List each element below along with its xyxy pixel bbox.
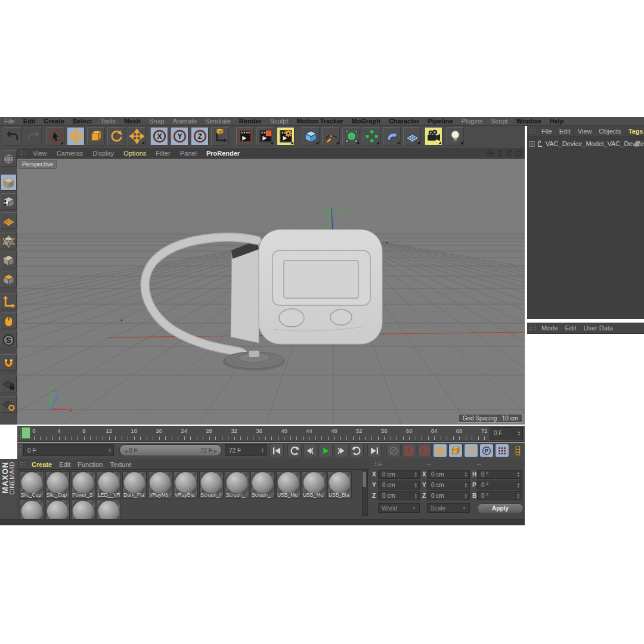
coordinate-space-dropdown[interactable]: World▼	[378, 503, 420, 513]
add-deformer-button[interactable]	[383, 127, 401, 145]
viewport-maximize-control[interactable]	[515, 149, 522, 157]
material-menu-edit[interactable]: Edit	[55, 461, 74, 468]
texture-tag-icon[interactable]	[633, 140, 642, 148]
stepper-icon[interactable]: ▲▼	[465, 472, 467, 477]
convert-globe-button[interactable]	[1, 150, 17, 167]
lock-workplane-button[interactable]	[1, 376, 17, 392]
stepper-icon[interactable]: ▲▼	[414, 472, 417, 477]
material-menu-texture[interactable]: Texture	[106, 461, 135, 468]
menu-simulate[interactable]: Simulate	[201, 117, 235, 125]
object-manager-menu-view[interactable]: View	[574, 128, 596, 135]
menu-edit[interactable]: Edit	[19, 117, 40, 125]
material-thumb-row2-3[interactable]	[97, 500, 121, 519]
attribute-manager-menu-mode[interactable]: Mode	[538, 324, 562, 332]
object-manager-menu-file[interactable]: File	[538, 128, 556, 135]
rotate-tool-button[interactable]	[107, 127, 125, 145]
stepper-icon[interactable]: ▲▼	[414, 482, 417, 488]
menu-file[interactable]: File	[0, 117, 19, 125]
menu-snap[interactable]: Snap	[145, 117, 169, 125]
prev-key-button[interactable]	[287, 444, 302, 457]
viewport-menu-view[interactable]: View	[28, 150, 52, 157]
object-name[interactable]: VAC_Device_Model_VAC_Device	[546, 140, 644, 147]
material-thumb-row1-4[interactable]: Dark_Pla	[122, 471, 147, 499]
menu-pipeline[interactable]: Pipeline	[423, 117, 457, 125]
panel-drag-handle-icon[interactable]	[530, 325, 536, 331]
material-thumb-row1-6[interactable]: VRayBle	[174, 471, 198, 499]
goto-start-button[interactable]	[270, 444, 284, 457]
add-primitive-cube-button[interactable]	[302, 127, 320, 145]
material-thumb-row1-11[interactable]: USB_Me	[302, 471, 326, 499]
panel-drag-handle-icon[interactable]	[18, 444, 21, 457]
current-frame-marker[interactable]	[21, 427, 30, 439]
viewport-pan-control[interactable]	[486, 149, 494, 157]
stepper-icon[interactable]: ▲▼	[517, 493, 520, 499]
stepper-icon[interactable]: ▲▼	[517, 482, 520, 488]
material-menu-function[interactable]: Function	[74, 461, 106, 468]
attribute-manager-menu-edit[interactable]: Edit	[562, 324, 580, 332]
snap-settings-button[interactable]: S	[1, 332, 17, 348]
menu-plugins[interactable]: Plugins	[457, 117, 487, 125]
next-frame-button[interactable]	[334, 444, 348, 457]
coord-field-0-x[interactable]: 0 cm▲▼	[378, 470, 420, 479]
model-mode-button[interactable]	[1, 174, 17, 191]
live-selection-button[interactable]	[47, 127, 64, 145]
z-axis-lock-button[interactable]: Z	[191, 127, 209, 145]
polygons-mode-button[interactable]	[1, 271, 17, 287]
stepper-icon[interactable]: ▲▼	[518, 431, 521, 436]
material-thumb-row1-0[interactable]: Slic_Cup	[20, 471, 44, 499]
key-parameter-button[interactable]: P	[479, 444, 494, 457]
material-thumb-row2-2[interactable]	[71, 500, 95, 519]
timeline-frame-field[interactable]: 0 F ▲▼	[490, 427, 523, 439]
menu-help[interactable]: Help	[546, 117, 568, 125]
viewport-menu-cameras[interactable]: Cameras	[52, 150, 88, 157]
goto-end-button[interactable]	[367, 444, 382, 457]
transform-mode-dropdown[interactable]: Scale▼	[427, 503, 470, 513]
add-light-button[interactable]	[446, 127, 464, 145]
apply-button[interactable]: Apply	[477, 503, 524, 514]
menu-select[interactable]: Select	[69, 117, 96, 125]
coord-field-1-z[interactable]: 0 cm▲▼	[427, 491, 470, 500]
add-spline-pen-button[interactable]	[322, 127, 340, 145]
stepper-icon[interactable]: ▲▼	[109, 448, 112, 453]
timeline-ruler[interactable]: 0 F ▲▼ 048121620242832364044485256606468…	[17, 426, 525, 442]
render-picture-viewer-button[interactable]	[256, 127, 274, 145]
render-settings-button[interactable]	[277, 127, 295, 145]
last-used-tool-button[interactable]	[128, 127, 145, 145]
scale-tool-button[interactable]	[87, 127, 105, 145]
material-scrollbar[interactable]	[362, 470, 368, 516]
material-thumb-row1-7[interactable]: Screen_I	[199, 471, 224, 499]
viewport-menu-prorender[interactable]: ProRender	[202, 150, 244, 157]
viewport-rotate-view-control[interactable]	[505, 149, 513, 157]
menu-motion-tracker[interactable]: Motion Tracker	[292, 117, 347, 125]
menu-script[interactable]: Script	[487, 117, 512, 125]
add-subdivision-surface-button[interactable]	[342, 127, 360, 145]
viewport-menu-filter[interactable]: Filter	[151, 150, 175, 157]
menu-character[interactable]: Character	[385, 117, 423, 125]
coord-field-1-x[interactable]: 0 cm▲▼	[427, 470, 470, 479]
key-rotation-button[interactable]	[464, 444, 478, 457]
stepper-icon[interactable]: ▲▼	[517, 472, 520, 477]
object-manager-menu-edit[interactable]: Edit	[556, 128, 574, 135]
coord-field-0-y[interactable]: 0 cm▲▼	[378, 481, 420, 490]
material-thumb-row1-2[interactable]: Power_S	[71, 471, 95, 499]
material-thumb-row1-10[interactable]: USB_Me	[276, 471, 301, 499]
coord-field-2-b[interactable]: 0 °▲▼	[477, 491, 522, 500]
viewport-menu-display[interactable]: Display	[88, 150, 119, 157]
preview-range-slider[interactable]: ◀ 0 F 72 F ▶	[119, 444, 222, 456]
coord-field-2-p[interactable]: 0 °▲▼	[477, 481, 522, 490]
autokey-off-button[interactable]	[386, 444, 401, 457]
menu-tools[interactable]: Tools	[96, 117, 120, 125]
texture-mode-button[interactable]	[1, 193, 17, 210]
panel-drag-handle-icon[interactable]	[530, 128, 536, 134]
play-button[interactable]	[318, 444, 333, 457]
menu-sculpt[interactable]: Sculpt	[266, 117, 293, 125]
viewport-camera-label[interactable]: Perspective	[18, 160, 57, 169]
key-position-button[interactable]	[433, 444, 447, 457]
menu-mograph[interactable]: MoGraph	[348, 117, 385, 125]
workplane-button[interactable]	[1, 396, 17, 413]
x-axis-lock-button[interactable]: X	[150, 127, 168, 145]
current-frame-field[interactable]: 0 F ▲▼	[23, 444, 114, 456]
key-pla-button[interactable]	[495, 444, 509, 457]
viewport-menu-panel[interactable]: Panel	[175, 150, 202, 157]
stepper-icon[interactable]: ▲▼	[465, 482, 467, 488]
